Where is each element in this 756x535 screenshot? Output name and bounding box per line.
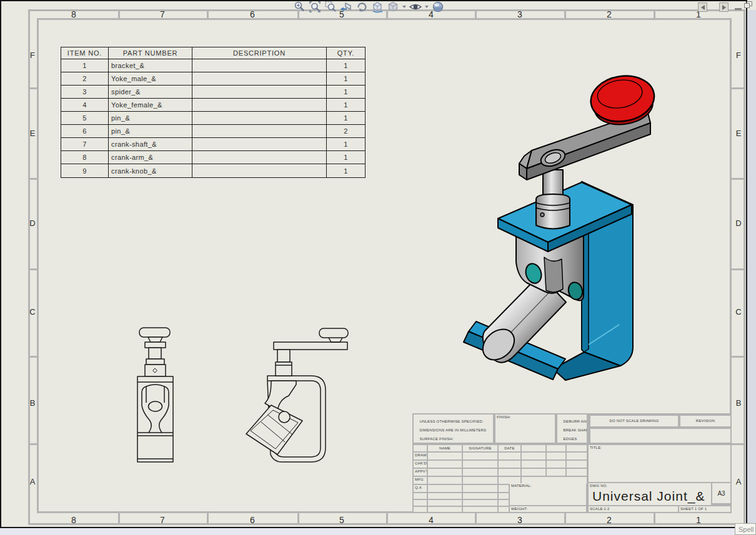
zone-col-label: 8 bbox=[61, 515, 86, 525]
zone-col-label: 6 bbox=[240, 515, 265, 525]
bom-cell bbox=[192, 99, 327, 112]
grid-cell bbox=[428, 500, 462, 506]
grid-cell bbox=[499, 485, 509, 492]
grid-cell bbox=[463, 507, 497, 512]
zone-col-label: 5 bbox=[329, 515, 354, 525]
bom-header-desc: DESCRIPTION bbox=[192, 47, 327, 59]
zone-tick bbox=[28, 87, 37, 89]
bom-cell: 1 bbox=[327, 72, 365, 86]
zone-tick bbox=[654, 513, 655, 525]
grid-cell bbox=[567, 461, 587, 468]
previous-view-icon[interactable] bbox=[339, 0, 353, 14]
bom-cell: crank-arm_& bbox=[109, 151, 192, 164]
zoom-in-out-icon[interactable] bbox=[292, 0, 306, 14]
bom-cell: 6 bbox=[61, 125, 109, 138]
bom-cell bbox=[192, 138, 327, 151]
zone-tick bbox=[475, 513, 477, 525]
grid-cell bbox=[567, 453, 587, 459]
zone-col-label: 7 bbox=[150, 9, 175, 19]
grid-cell bbox=[567, 469, 587, 476]
bom-cell: 2 bbox=[61, 72, 109, 86]
zone-row-label: B bbox=[28, 398, 37, 408]
revision-area bbox=[590, 429, 730, 443]
title-block: UNLESS OTHERWISE SPECIFIED: DIMENSIONS A… bbox=[412, 413, 732, 513]
grid-cell bbox=[499, 461, 520, 468]
zone-row-label: F bbox=[732, 51, 745, 60]
display-style-icon[interactable] bbox=[386, 0, 400, 14]
do-not-scale-box: DO NOT SCALE DRAWING bbox=[590, 416, 678, 426]
zone-tick bbox=[297, 513, 299, 525]
paper-size-box: A3 bbox=[712, 483, 730, 503]
zone-row-label: C bbox=[28, 307, 37, 317]
bom-cell: 1 bbox=[327, 164, 365, 177]
display-style-dropdown-icon[interactable] bbox=[402, 6, 406, 8]
grid-cell bbox=[428, 507, 462, 512]
zone-tick bbox=[732, 443, 745, 445]
bom-cell: 3 bbox=[61, 86, 109, 99]
3d-drawing-view-icon[interactable] bbox=[371, 0, 384, 14]
next-sheet-button[interactable] bbox=[719, 2, 729, 12]
bom-header-part: PART NUMBER bbox=[109, 47, 192, 59]
bom-cell bbox=[192, 59, 327, 72]
grid-cell bbox=[463, 493, 497, 499]
dwg-no-label: DWG NO. bbox=[589, 483, 609, 489]
bom-cell: Yoke_female_& bbox=[109, 99, 192, 112]
zone-tick bbox=[732, 356, 745, 358]
grid-cell bbox=[499, 453, 520, 459]
bom-cell: 1 bbox=[327, 112, 365, 125]
zone-col-label: 1 bbox=[686, 515, 711, 525]
bom-header-qty: QTY. bbox=[327, 47, 365, 59]
bom-cell: 4 bbox=[61, 99, 109, 112]
grid-cell bbox=[499, 469, 520, 476]
grid-cell bbox=[428, 493, 462, 499]
isometric-view[interactable] bbox=[459, 70, 665, 388]
grid-cell bbox=[567, 445, 587, 451]
bom-cell bbox=[192, 112, 327, 125]
view-settings-icon[interactable] bbox=[431, 0, 445, 14]
grid-cell bbox=[499, 507, 509, 512]
zone-col-label: 7 bbox=[150, 515, 175, 525]
bom-cell: pin_& bbox=[109, 125, 192, 138]
grid-cell bbox=[428, 453, 462, 459]
zone-tick bbox=[564, 513, 566, 525]
grid-cell bbox=[547, 453, 565, 459]
date-header: DATE bbox=[499, 445, 520, 451]
bom-cell bbox=[192, 86, 327, 99]
rotate-view-icon[interactable] bbox=[355, 0, 369, 14]
bom-cell: crank-knob_& bbox=[109, 164, 192, 177]
grid-cell bbox=[463, 469, 497, 476]
minimize-button[interactable] bbox=[735, 8, 742, 10]
grid-cell bbox=[463, 461, 497, 468]
row-label-qa: Q.A bbox=[414, 485, 427, 492]
bom-cell: Yoke_male_& bbox=[109, 72, 192, 86]
bom-cell: crank-shaft_& bbox=[109, 138, 192, 151]
grid-cell bbox=[522, 453, 545, 459]
grid-cell bbox=[428, 485, 462, 492]
zone-tick bbox=[207, 9, 209, 18]
zoom-to-area-icon[interactable] bbox=[324, 0, 337, 14]
row-label-chkd: CHK'D bbox=[414, 461, 427, 468]
grid-cell bbox=[463, 500, 497, 506]
restore-button[interactable] bbox=[744, 1, 753, 9]
row-label-mfg: MFG bbox=[414, 477, 427, 484]
bom-table[interactable]: ITEM NO. PART NUMBER DESCRIPTION QTY. 1 … bbox=[61, 47, 366, 178]
grid-cell bbox=[547, 461, 565, 468]
grid-cell bbox=[414, 445, 427, 451]
grid-cell bbox=[522, 445, 545, 451]
previous-sheet-button[interactable] bbox=[698, 2, 707, 12]
side-view[interactable] bbox=[242, 323, 356, 467]
grid-cell bbox=[463, 485, 497, 492]
grid-cell bbox=[499, 500, 509, 506]
grid-cell bbox=[428, 469, 462, 476]
zone-row-label: C bbox=[732, 307, 745, 317]
hide-show-dropdown-icon[interactable] bbox=[425, 6, 429, 8]
front-view[interactable] bbox=[136, 323, 176, 465]
hide-show-items-icon[interactable] bbox=[409, 0, 422, 14]
view-toolbar bbox=[292, 0, 445, 14]
bom-cell: 5 bbox=[61, 112, 109, 125]
zone-tick bbox=[207, 513, 209, 525]
zoom-to-fit-icon[interactable] bbox=[308, 0, 322, 14]
bom-cell: pin_& bbox=[109, 112, 192, 125]
zone-tick bbox=[475, 9, 477, 18]
spell-tooltip: Spell bbox=[735, 523, 756, 535]
